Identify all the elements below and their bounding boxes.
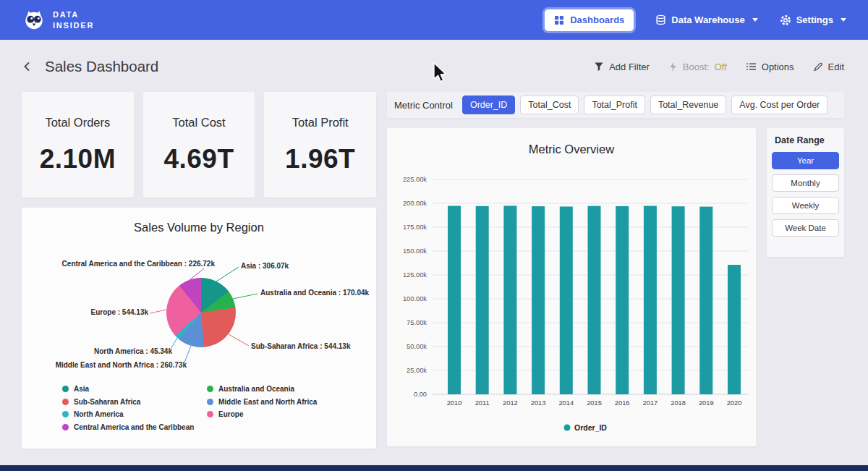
legend-label: Order_ID bbox=[574, 423, 607, 432]
y-tick-label: 0.00 bbox=[414, 391, 427, 398]
metric-control-bar: Metric Control Order_ID Total_Cost Total… bbox=[387, 92, 844, 118]
y-tick-label: 50.00k bbox=[407, 343, 427, 350]
date-range-button-0[interactable]: Year bbox=[772, 152, 839, 169]
y-tick-label: 175.00k bbox=[403, 224, 427, 231]
bar-chart-svg[interactable]: 225.00k200.00k175.00k150.00k125.00k100.0… bbox=[387, 161, 756, 446]
logo-line2: INSIDER bbox=[53, 20, 94, 31]
metric-button-3[interactable]: Total_Revenue bbox=[650, 96, 726, 114]
dashboards-label: Dashboards bbox=[570, 14, 624, 25]
page-title: Sales Dashboard bbox=[45, 58, 158, 75]
kpi-value: 4.69T bbox=[163, 144, 234, 174]
legend-dot bbox=[62, 424, 69, 430]
metric-button-2[interactable]: Total_Profit bbox=[584, 96, 645, 114]
y-tick-label: 25.00k bbox=[407, 367, 427, 374]
bar[interactable] bbox=[644, 206, 657, 394]
x-tick-label: 2011 bbox=[475, 399, 490, 407]
bar[interactable] bbox=[560, 206, 573, 394]
settings-label: Settings bbox=[796, 14, 833, 25]
legend-item[interactable]: Asia bbox=[62, 385, 194, 393]
grid-icon bbox=[554, 15, 564, 25]
options-button[interactable]: Options bbox=[746, 61, 794, 72]
pie-label-asia: Asia : 306.07k bbox=[241, 262, 289, 270]
x-tick-label: 2010 bbox=[447, 399, 462, 407]
x-tick-label: 2019 bbox=[699, 399, 714, 407]
legend-item[interactable]: Central America and the Caribbean bbox=[62, 423, 194, 431]
legend-label: Europe bbox=[218, 410, 243, 418]
x-tick-label: 2012 bbox=[503, 399, 518, 407]
kpi-card-total-orders[interactable]: Total Orders 2.10M bbox=[22, 92, 134, 198]
kpi-label: Total Profit bbox=[292, 116, 349, 130]
back-button[interactable] bbox=[22, 61, 33, 72]
bar[interactable] bbox=[588, 206, 601, 394]
kpi-card-total-cost[interactable]: Total Cost 4.69T bbox=[143, 92, 255, 198]
chevron-down-icon bbox=[752, 18, 758, 22]
bar[interactable] bbox=[728, 265, 741, 394]
pie-label-europe: Europe : 544.13k bbox=[91, 308, 148, 316]
navbar-right: Dashboards Data Warehouse Settings bbox=[545, 9, 846, 31]
bar[interactable] bbox=[672, 206, 685, 394]
bar-chart-title: Metric Overview bbox=[387, 143, 756, 156]
bar[interactable] bbox=[476, 206, 489, 394]
pie-chart[interactable] bbox=[166, 278, 236, 347]
options-label: Options bbox=[762, 61, 794, 72]
bar[interactable] bbox=[616, 206, 629, 394]
x-tick-label: 2020 bbox=[727, 399, 742, 407]
legend-label: Australia and Oceania bbox=[218, 385, 294, 393]
date-range-button-1[interactable]: Monthly bbox=[772, 174, 839, 192]
y-tick-label: 100.00k bbox=[403, 295, 427, 302]
legend-item[interactable]: Europe bbox=[207, 410, 317, 418]
bar[interactable] bbox=[503, 205, 516, 394]
pie-connector-line bbox=[233, 294, 258, 299]
pencil-icon bbox=[813, 61, 823, 72]
funnel-icon bbox=[594, 61, 604, 72]
legend-label: Central America and the Caribbean bbox=[74, 423, 194, 431]
kpi-value: 1.96T bbox=[285, 144, 355, 174]
date-range-button-2[interactable]: Weekly bbox=[772, 197, 839, 214]
settings-menu[interactable]: Settings bbox=[780, 14, 846, 26]
bar[interactable] bbox=[532, 206, 545, 394]
metric-button-4[interactable]: Avg. Cost per Order bbox=[731, 96, 827, 114]
legend-dot bbox=[207, 411, 213, 417]
data-warehouse-menu[interactable]: Data Warehouse bbox=[655, 14, 757, 25]
legend-item[interactable]: Middle East and North Africa bbox=[207, 398, 317, 406]
add-filter-button[interactable]: Add Filter bbox=[594, 61, 650, 72]
x-tick-label: 2013 bbox=[531, 399, 546, 407]
dashboards-button[interactable]: Dashboards bbox=[545, 9, 634, 31]
boost-value: Off bbox=[715, 61, 727, 72]
boost-toggle[interactable]: Boost: Off bbox=[668, 61, 727, 72]
kpi-row: Total Orders 2.10M Total Cost 4.69T Tota… bbox=[22, 92, 376, 198]
legend-dot bbox=[207, 399, 213, 405]
app-logo[interactable]: DATA INSIDER bbox=[22, 8, 94, 33]
database-icon bbox=[655, 14, 666, 25]
legend-item[interactable]: Australia and Oceania bbox=[207, 385, 317, 393]
kpi-card-total-profit[interactable]: Total Profit 1.96T bbox=[264, 92, 376, 198]
x-tick-label: 2015 bbox=[587, 399, 602, 407]
owl-logo-icon bbox=[22, 8, 46, 33]
add-filter-label: Add Filter bbox=[609, 61, 650, 72]
legend-item[interactable]: Sub-Saharan Africa bbox=[62, 398, 194, 406]
date-range-button-3[interactable]: Week Date bbox=[772, 219, 839, 237]
pie-label-central-america: Central America and the Caribbean : 226.… bbox=[62, 260, 215, 268]
x-tick-label: 2014 bbox=[558, 399, 574, 407]
legend-label: North America bbox=[74, 410, 124, 418]
top-navbar: DATA INSIDER Dashboards Data Warehouse bbox=[0, 0, 868, 40]
legend-dot bbox=[564, 425, 571, 431]
y-tick-label: 125.00k bbox=[403, 271, 427, 279]
y-tick-label: 150.00k bbox=[403, 247, 427, 255]
kpi-label: Total Cost bbox=[172, 116, 225, 130]
metric-button-0[interactable]: Order_ID bbox=[462, 96, 515, 114]
boost-label: Boost: bbox=[683, 61, 710, 72]
logo-line1: DATA bbox=[53, 9, 94, 20]
gear-icon bbox=[780, 14, 791, 26]
edit-button[interactable]: Edit bbox=[813, 61, 844, 72]
x-tick-label: 2018 bbox=[671, 399, 686, 407]
pie-connector-line bbox=[216, 267, 239, 281]
kpi-label: Total Orders bbox=[45, 116, 110, 130]
data-warehouse-label: Data Warehouse bbox=[671, 14, 744, 25]
pie-connector-line bbox=[150, 310, 166, 313]
pie-label-middle-east-north-africa: Middle East and North Africa : 260.73k bbox=[56, 361, 187, 369]
bar[interactable] bbox=[699, 207, 712, 394]
metric-button-1[interactable]: Total_Cost bbox=[520, 96, 579, 114]
bar[interactable] bbox=[448, 206, 461, 394]
legend-item[interactable]: North America bbox=[62, 410, 194, 418]
